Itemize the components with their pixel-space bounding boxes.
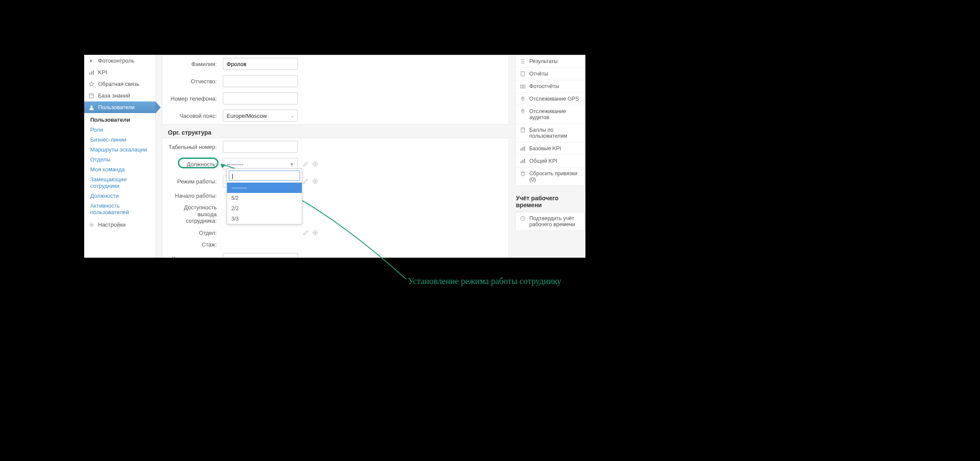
svg-rect-36 (522, 172, 524, 176)
edit-icon[interactable] (303, 179, 308, 184)
book-icon (89, 93, 95, 99)
svg-rect-32 (524, 146, 525, 151)
timezone-select[interactable]: Europe/Moscow ⌄ (223, 110, 298, 122)
sidebar-item-settings[interactable]: Настройки (84, 219, 155, 230)
dropdown-option-5-2[interactable]: 5/2 (227, 193, 302, 203)
svg-rect-33 (521, 161, 522, 163)
right-item-results[interactable]: Результаты (515, 55, 584, 68)
lastname-label: Фамилия: (168, 61, 223, 67)
dept-label: Отдел: (168, 230, 223, 236)
seniority-label: Стаж: (168, 241, 223, 248)
star-icon (89, 81, 95, 87)
bar-chart-icon (520, 145, 526, 152)
list-icon (520, 58, 526, 64)
right-item-label: Отчёты (529, 71, 548, 77)
right-item-label: Баллы по пользователям (529, 127, 580, 139)
submenu-business-lines[interactable]: Бизнес-линии (90, 135, 155, 145)
submenu-departments[interactable]: Отделы (90, 155, 155, 164)
right-item-base-kpi[interactable]: Базовые KPI (515, 142, 584, 155)
right-item-reset[interactable]: Сбросить привязки (0) (515, 167, 584, 186)
position-value: --------- (227, 161, 243, 167)
sidebar-item-photocontrol[interactable]: Фотоконтроль (84, 55, 155, 66)
svg-rect-2 (93, 70, 94, 75)
right-panel: Результаты Отчёты Фотоотчёты Отслеживани… (515, 55, 585, 258)
sidebar-item-label: Настройки (98, 221, 126, 228)
right-item-label: Общий KPI (529, 158, 557, 164)
chevron-right-icon (89, 58, 95, 64)
org-section-title: Орг. структура (162, 125, 509, 138)
calc-icon (520, 127, 526, 133)
sidebar: Фотоконтроль KPI Обратная связь База зна… (84, 55, 156, 258)
position-label: Должность: (168, 161, 223, 167)
phone-input[interactable] (223, 92, 298, 104)
sidebar-item-users[interactable]: Пользователи (84, 101, 155, 113)
submenu-my-team[interactable]: Моя команда (90, 164, 155, 174)
seniority-cat-input[interactable] (223, 253, 298, 258)
right-item-gps[interactable]: Отслеживание GPS (515, 93, 584, 105)
workmode-actions (303, 179, 318, 184)
bar-chart-icon (89, 69, 95, 76)
right-section-title: Учёт рабочего времени (515, 192, 585, 212)
dropdown-option-empty[interactable]: --------- (227, 183, 302, 193)
doc-icon (520, 71, 526, 77)
submenu-user-activity[interactable]: Активность пользователей (90, 201, 155, 217)
right-item-points[interactable]: Баллы по пользователям (515, 124, 584, 142)
timezone-label: Часовой пояс: (168, 113, 223, 119)
svg-rect-30 (521, 148, 522, 151)
svg-line-41 (523, 218, 524, 219)
dept-actions (303, 230, 318, 235)
avail-label: Доступность выхода сотрудника: (168, 204, 223, 224)
bar-chart-icon (520, 158, 526, 164)
lastname-input[interactable] (223, 58, 298, 70)
right-item-label: Базовые KPI (529, 145, 561, 152)
plus-icon[interactable] (313, 179, 318, 184)
svg-point-27 (522, 110, 524, 111)
svg-point-5 (91, 105, 93, 107)
right-item-photoreports[interactable]: Фотоотчёты (515, 80, 584, 93)
right-item-label: Подтвердить учёт рабочего времени (529, 215, 580, 227)
plus-icon[interactable] (313, 230, 318, 235)
tabnum-label: Табельный номер: (168, 144, 223, 150)
dropdown-option-2-2[interactable]: 2/2 (227, 203, 302, 214)
chevron-down-icon: ⌄ (291, 114, 294, 118)
app-window: Фотоконтроль KPI Обратная связь База зна… (84, 55, 585, 258)
svg-rect-28 (521, 128, 525, 132)
edit-icon[interactable] (303, 230, 308, 235)
svg-rect-1 (91, 71, 92, 75)
submenu-roles[interactable]: Роли (90, 125, 155, 135)
right-item-reports[interactable]: Отчёты (515, 68, 584, 80)
start-label: Начало работы: (168, 193, 223, 199)
submenu-escalation[interactable]: Маршруты эскалации (90, 145, 155, 155)
plus-icon[interactable] (313, 161, 318, 167)
tabnum-input[interactable] (223, 141, 298, 153)
personal-info-block: Фамилия: Отчество: Номер телефона: Часов… (162, 55, 509, 125)
svg-rect-0 (89, 73, 90, 75)
submenu-heading: Пользователи (90, 115, 155, 125)
sidebar-item-kpi[interactable]: KPI (84, 66, 155, 78)
right-item-label: Фотоотчёты (529, 83, 559, 89)
dropdown-search-input[interactable] (229, 171, 300, 181)
trash-icon (520, 171, 526, 177)
svg-point-25 (522, 86, 524, 88)
svg-rect-3 (89, 94, 94, 98)
workmode-label: Режим работы: (168, 178, 223, 185)
main-content: Фамилия: Отчество: Номер телефона: Часов… (156, 55, 515, 258)
right-item-audits[interactable]: Отслеживание аудитов (515, 105, 584, 124)
dropdown-option-3-3[interactable]: 3/3 (227, 214, 302, 224)
sidebar-item-knowledge[interactable]: База знаний (84, 90, 155, 101)
svg-point-6 (91, 224, 92, 226)
workmode-dropdown: --------- 5/2 2/2 3/3 (227, 168, 302, 224)
svg-rect-31 (522, 147, 523, 151)
sidebar-item-label: KPI (98, 69, 107, 76)
right-item-total-kpi[interactable]: Общий KPI (515, 155, 584, 167)
pin-icon (520, 108, 526, 114)
submenu-substitutes[interactable]: Замещающие сотрудники (90, 174, 155, 191)
right-item-label: Отслеживание GPS (529, 96, 579, 102)
sidebar-item-feedback[interactable]: Обратная связь (84, 78, 155, 90)
right-item-confirm[interactable]: Подтвердить учёт рабочего времени (515, 212, 584, 230)
patronymic-input[interactable] (223, 75, 298, 87)
edit-icon[interactable] (303, 161, 308, 167)
sidebar-item-label: Обратная связь (98, 81, 139, 87)
submenu-positions[interactable]: Должности (90, 191, 155, 201)
sidebar-submenu: Пользователи Роли Бизнес-линии Маршруты … (84, 113, 155, 219)
